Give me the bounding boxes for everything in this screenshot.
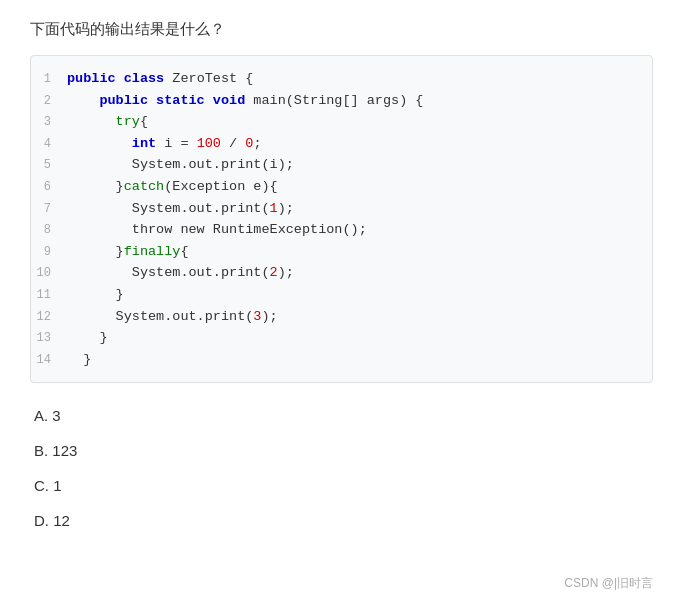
code-content-12: System.out.print(3); xyxy=(67,306,640,328)
line-num-6: 6 xyxy=(31,178,67,197)
code-content-8: throw new RuntimeException(); xyxy=(67,219,640,241)
code-line-5: 5 System.out.print(i); xyxy=(31,154,652,176)
option-c-label: C. xyxy=(34,477,53,494)
line-num-11: 11 xyxy=(31,286,67,305)
option-a[interactable]: A. 3 xyxy=(30,407,653,424)
code-content-11: } xyxy=(67,284,640,306)
code-line-12: 12 System.out.print(3); xyxy=(31,306,652,328)
code-content-3: try{ xyxy=(67,111,640,133)
code-content-13: } xyxy=(67,327,640,349)
line-num-5: 5 xyxy=(31,156,67,175)
code-line-4: 4 int i = 100 / 0; xyxy=(31,133,652,155)
line-num-2: 2 xyxy=(31,92,67,111)
option-d-value: 12 xyxy=(53,512,70,529)
line-num-10: 10 xyxy=(31,264,67,283)
code-content-4: int i = 100 / 0; xyxy=(67,133,640,155)
options-container: A. 3 B. 123 C. 1 D. 12 xyxy=(30,407,653,529)
code-line-2: 2 public static void main(String[] args)… xyxy=(31,90,652,112)
option-a-value: 3 xyxy=(52,407,60,424)
line-num-14: 14 xyxy=(31,351,67,370)
option-c[interactable]: C. 1 xyxy=(30,477,653,494)
footer-text: CSDN @|旧时言 xyxy=(564,576,653,590)
code-line-13: 13 } xyxy=(31,327,652,349)
code-line-9: 9 }finally{ xyxy=(31,241,652,263)
line-num-7: 7 xyxy=(31,200,67,219)
code-content-14: } xyxy=(67,349,640,371)
option-c-value: 1 xyxy=(53,477,61,494)
option-d[interactable]: D. 12 xyxy=(30,512,653,529)
code-line-1: 1 public class ZeroTest { xyxy=(31,68,652,90)
line-num-9: 9 xyxy=(31,243,67,262)
line-num-1: 1 xyxy=(31,70,67,89)
code-content-2: public static void main(String[] args) { xyxy=(67,90,640,112)
code-line-6: 6 }catch(Exception e){ xyxy=(31,176,652,198)
code-line-11: 11 } xyxy=(31,284,652,306)
code-content-9: }finally{ xyxy=(67,241,640,263)
line-num-13: 13 xyxy=(31,329,67,348)
line-num-4: 4 xyxy=(31,135,67,154)
code-content-6: }catch(Exception e){ xyxy=(67,176,640,198)
code-line-7: 7 System.out.print(1); xyxy=(31,198,652,220)
footer-watermark: CSDN @|旧时言 xyxy=(564,575,653,592)
code-content-1: public class ZeroTest { xyxy=(67,68,640,90)
question-title: 下面代码的输出结果是什么？ xyxy=(30,20,653,39)
code-content-7: System.out.print(1); xyxy=(67,198,640,220)
option-b[interactable]: B. 123 xyxy=(30,442,653,459)
code-line-8: 8 throw new RuntimeException(); xyxy=(31,219,652,241)
line-num-8: 8 xyxy=(31,221,67,240)
line-num-3: 3 xyxy=(31,113,67,132)
code-line-10: 10 System.out.print(2); xyxy=(31,262,652,284)
code-line-3: 3 try{ xyxy=(31,111,652,133)
option-d-label: D. xyxy=(34,512,53,529)
code-line-14: 14 } xyxy=(31,349,652,371)
code-block: 1 public class ZeroTest { 2 public stati… xyxy=(30,55,653,383)
option-b-label: B. xyxy=(34,442,52,459)
option-b-value: 123 xyxy=(52,442,77,459)
code-content-5: System.out.print(i); xyxy=(67,154,640,176)
option-a-label: A. xyxy=(34,407,52,424)
line-num-12: 12 xyxy=(31,308,67,327)
code-content-10: System.out.print(2); xyxy=(67,262,640,284)
